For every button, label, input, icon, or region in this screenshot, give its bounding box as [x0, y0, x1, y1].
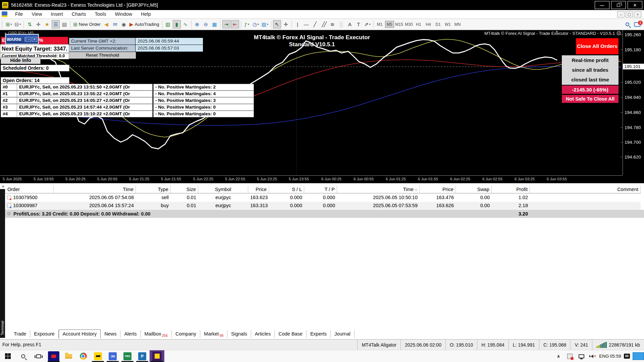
- column-header-size[interactable]: Size: [171, 186, 198, 193]
- column-header-price[interactable]: Price: [248, 186, 269, 193]
- reset-threshold-button[interactable]: Reset Threshold: [69, 52, 136, 59]
- sad-face-icon[interactable]: ☹: [616, 31, 621, 36]
- chrome-icon[interactable]: [76, 350, 91, 362]
- menu-item-window[interactable]: Window: [110, 11, 137, 17]
- dropdown-arrow-icon[interactable]: ▾: [19, 23, 21, 26]
- tick-chart-icon[interactable]: ⇅: [25, 20, 34, 28]
- vertical-line-icon[interactable]: |: [293, 20, 302, 28]
- timeframe-w1[interactable]: W1: [443, 21, 452, 28]
- exness-app-icon[interactable]: [91, 350, 105, 362]
- indicators-icon[interactable]: ƒ▾: [243, 20, 251, 28]
- crosshair-icon[interactable]: ✛: [282, 20, 290, 28]
- menu-item-file[interactable]: File: [11, 11, 27, 17]
- column-header-swap[interactable]: Swap: [456, 186, 492, 193]
- action-center-button[interactable]: [621, 350, 633, 362]
- tab-journal[interactable]: Journal: [331, 330, 355, 338]
- language-indicator[interactable]: ENG: [598, 350, 610, 362]
- p-app-icon[interactable]: P: [135, 350, 150, 362]
- favorites-folder-icon[interactable]: ★: [43, 20, 51, 28]
- timeframe-m5[interactable]: M5: [385, 21, 394, 28]
- recorder-app-icon[interactable]: [46, 350, 61, 362]
- warning-close-icon[interactable]: ✕: [32, 37, 37, 42]
- timeframe-h4[interactable]: H4: [424, 21, 433, 28]
- time-axis[interactable]: 5 Jun 20255 Jun 19:555 Jun 20:255 Jun 20…: [0, 175, 623, 183]
- tab-signals[interactable]: Signals: [227, 330, 251, 338]
- taskbar-search-button[interactable]: [15, 350, 31, 362]
- column-header-order[interactable]: Order: [5, 186, 54, 193]
- purple-app-icon[interactable]: [150, 350, 164, 362]
- autotrading-icon[interactable]: ▶AutoTrading: [128, 20, 160, 28]
- tile-windows-icon[interactable]: ▦: [211, 20, 219, 28]
- tab-account-history[interactable]: Account History: [59, 329, 101, 339]
- timeframe-h1[interactable]: H1: [414, 21, 423, 28]
- crosshair-compass-icon[interactable]: ✛: [34, 20, 42, 28]
- table-row[interactable]: 1030795002025.06.05 07:54:08sell0.01eurj…: [5, 194, 641, 202]
- show-desktop-button[interactable]: [633, 350, 644, 362]
- timeframe-mn[interactable]: MN: [453, 21, 462, 28]
- network-status-button[interactable]: [576, 350, 587, 362]
- notifications-icon[interactable]: 1: [634, 22, 641, 27]
- dropdown-arrow-icon[interactable]: ▾: [258, 23, 259, 26]
- warning-minimize-icon[interactable]: –: [26, 37, 31, 42]
- column-header-time[interactable]: Time▽: [337, 186, 420, 193]
- column-header-profit[interactable]: Profit: [492, 186, 530, 193]
- tab-trade[interactable]: Trade: [10, 330, 30, 338]
- dropdown-arrow-icon[interactable]: ▾: [267, 23, 268, 26]
- channel-icon[interactable]: ╱╱: [320, 20, 328, 28]
- timeframe-m30[interactable]: M30: [405, 21, 414, 28]
- taskbar-clock[interactable]: 05:59: [610, 350, 621, 362]
- mailbox-icon[interactable]: ✉: [111, 20, 119, 28]
- column-header-comment[interactable]: Comment: [530, 186, 641, 193]
- menu-item-view[interactable]: View: [27, 11, 46, 17]
- new-chart-icon[interactable]: ⊞▾: [5, 20, 13, 28]
- dropdown-arrow-icon[interactable]: ▾: [248, 23, 249, 26]
- data-window-icon[interactable]: ▤: [60, 20, 68, 28]
- column-header-tp[interactable]: T / P: [304, 186, 337, 193]
- line-chart-icon[interactable]: ∿: [181, 20, 190, 28]
- close-all-orders-button[interactable]: Close All Orders: [576, 38, 619, 54]
- text-icon[interactable]: A: [346, 20, 354, 28]
- timeframe-m1[interactable]: M1: [375, 21, 384, 28]
- tab-code-base[interactable]: Code Base: [275, 330, 307, 338]
- restore-icon[interactable]: [611, 1, 626, 9]
- tray-expand-button[interactable]: ∧: [553, 350, 564, 362]
- chart-area[interactable]: 5 Jun 20255 Jun 19:555 Jun 20:255 Jun 20…: [0, 30, 644, 183]
- periods-icon[interactable]: ◷▾: [252, 20, 260, 28]
- column-header-price[interactable]: Price: [420, 186, 456, 193]
- auto-scroll-icon[interactable]: ⇥: [222, 20, 230, 28]
- new-order-icon[interactable]: ⊞New Order: [72, 20, 102, 28]
- chart-minimize-icon[interactable]: –: [617, 11, 625, 17]
- column-header-sl[interactable]: S / L: [269, 186, 304, 193]
- tab-alerts[interactable]: Alerts: [120, 330, 141, 338]
- tab-company[interactable]: Company: [172, 330, 200, 338]
- tray-app-button[interactable]: !: [564, 350, 576, 362]
- tab-experts[interactable]: Experts: [307, 330, 331, 338]
- chart-shift-icon[interactable]: ⇤: [231, 20, 239, 28]
- tab-mailbox[interactable]: Mailbox256: [141, 330, 172, 338]
- minimize-icon[interactable]: —: [595, 1, 609, 9]
- close-icon[interactable]: ✕: [628, 1, 642, 9]
- toolbar-search-icon[interactable]: [626, 22, 629, 26]
- record-icon[interactable]: ◉: [120, 20, 128, 28]
- menu-item-insert[interactable]: Insert: [47, 11, 67, 17]
- task-view-button[interactable]: [31, 350, 46, 362]
- cursor-icon[interactable]: ↖: [273, 20, 281, 28]
- terminal-close-icon[interactable]: ×: [1, 184, 5, 189]
- jm-app-icon[interactable]: JM: [105, 350, 120, 362]
- zoom-in-icon[interactable]: ⊕: [193, 20, 201, 28]
- column-header-type[interactable]: Type: [136, 186, 171, 193]
- arrows-icon[interactable]: ⇗▾: [363, 20, 372, 28]
- tab-news[interactable]: News: [101, 330, 120, 338]
- chart-profiles-icon[interactable]: ⊟▾: [14, 20, 22, 28]
- fibonacci-icon[interactable]: ≋: [328, 20, 336, 28]
- volume-button[interactable]: ✕: [587, 350, 598, 362]
- column-header-time[interactable]: Time: [54, 186, 136, 193]
- tab-articles[interactable]: Articles: [251, 330, 275, 338]
- timeframe-d1[interactable]: D1: [434, 21, 443, 28]
- hide-info-button[interactable]: Hide Info: [1, 57, 41, 64]
- tab-exposure[interactable]: Exposure: [30, 330, 58, 338]
- menu-item-help[interactable]: Help: [137, 11, 155, 17]
- bar-chart-icon[interactable]: ▥: [164, 20, 172, 28]
- chart-close-icon[interactable]: ×: [634, 11, 641, 17]
- horizontal-line-icon[interactable]: —: [302, 20, 310, 28]
